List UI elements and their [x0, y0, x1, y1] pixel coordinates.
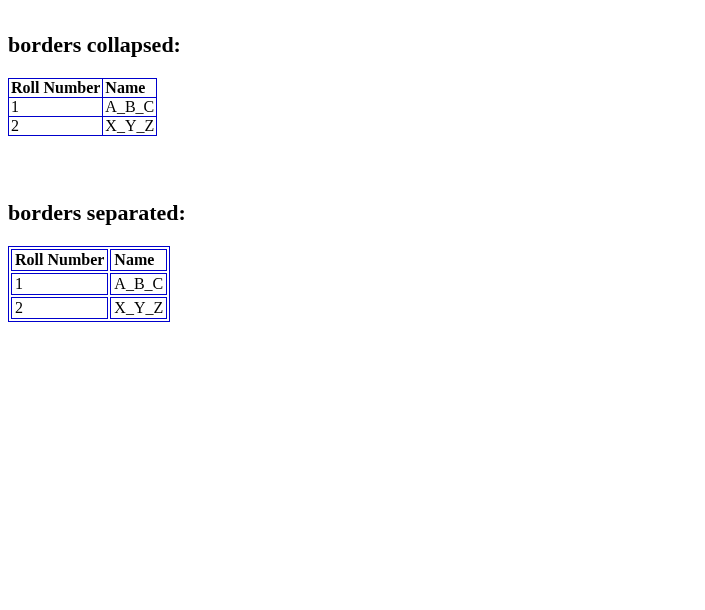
cell-name: A_B_C	[110, 273, 167, 295]
cell-roll: 2	[9, 117, 103, 136]
table-row: Roll Number Name	[11, 249, 167, 271]
table-row: 2 X_Y_Z	[9, 117, 157, 136]
heading-collapsed: borders collapsed:	[8, 32, 697, 58]
table-collapsed: Roll Number Name 1 A_B_C 2 X_Y_Z	[8, 78, 157, 136]
table-row: 1 A_B_C	[9, 98, 157, 117]
cell-roll: 2	[11, 297, 108, 319]
col-header-name: Name	[103, 79, 157, 98]
cell-name: X_Y_Z	[110, 297, 167, 319]
col-header-roll: Roll Number	[11, 249, 108, 271]
table-row: Roll Number Name	[9, 79, 157, 98]
cell-roll: 1	[11, 273, 108, 295]
table-row: 2 X_Y_Z	[11, 297, 167, 319]
cell-name: A_B_C	[103, 98, 157, 117]
table-row: 1 A_B_C	[11, 273, 167, 295]
col-header-name: Name	[110, 249, 167, 271]
heading-separated: borders separated:	[8, 200, 697, 226]
cell-roll: 1	[9, 98, 103, 117]
table-separated: Roll Number Name 1 A_B_C 2 X_Y_Z	[8, 246, 170, 322]
cell-name: X_Y_Z	[103, 117, 157, 136]
col-header-roll: Roll Number	[9, 79, 103, 98]
